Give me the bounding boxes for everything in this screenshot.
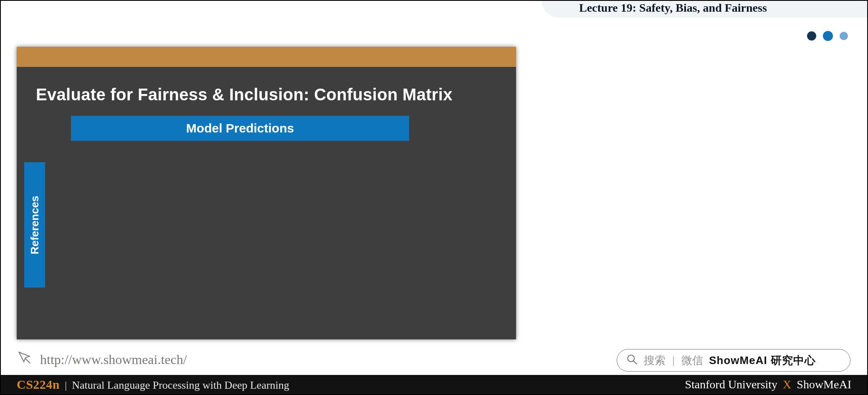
dot-icon: [840, 32, 848, 40]
search-pill[interactable]: 搜索 | 微信 ShowMeAI 研究中心: [617, 349, 850, 372]
svg-point-0: [628, 355, 635, 362]
search-channel-label: 微信: [681, 353, 703, 368]
footer-left: CS224n | Natural Language Processing wit…: [17, 377, 289, 392]
inner-slide: Evaluate for Fairness & Inclusion: Confu…: [17, 47, 516, 339]
lecture-label: Lecture 19: Safety, Bias, and Fairness: [579, 1, 767, 15]
rows-header: References: [24, 162, 45, 288]
rows-header-label: References: [28, 196, 41, 254]
university-label: Stanford University: [685, 378, 777, 391]
columns-header-label: Model Predictions: [186, 121, 294, 135]
columns-header: Model Predictions: [71, 116, 409, 141]
dot-icon: [807, 31, 816, 41]
search-action-label: 搜索: [644, 353, 666, 368]
lecture-header-strip: Lecture 19: Safety, Bias, and Fairness: [542, 1, 867, 18]
url-text: http://www.showmeai.tech/: [40, 352, 187, 367]
decorative-dots: [807, 31, 848, 41]
search-brand-label: ShowMeAI 研究中心: [709, 353, 816, 368]
slide-frame: Lecture 19: Safety, Bias, and Fairness E…: [0, 0, 868, 395]
svg-line-1: [634, 361, 637, 364]
separator-icon: |: [65, 379, 67, 392]
slide-accent-bar: [17, 47, 516, 67]
url-row: http://www.showmeai.tech/: [17, 350, 187, 369]
cursor-click-icon: [17, 350, 33, 369]
connector-label: X: [780, 378, 794, 391]
footer-right: Stanford University X ShowMeAI: [685, 378, 851, 391]
footer-bar: CS224n | Natural Language Processing wit…: [1, 375, 867, 394]
course-name: Natural Language Processing with Deep Le…: [72, 379, 289, 392]
organization-label: ShowMeAI: [797, 378, 851, 391]
search-icon: [626, 354, 638, 367]
dot-icon: [823, 31, 833, 41]
slide-title: Evaluate for Fairness & Inclusion: Confu…: [36, 85, 453, 104]
separator-icon: |: [671, 354, 676, 366]
course-code: CS224n: [17, 377, 60, 392]
